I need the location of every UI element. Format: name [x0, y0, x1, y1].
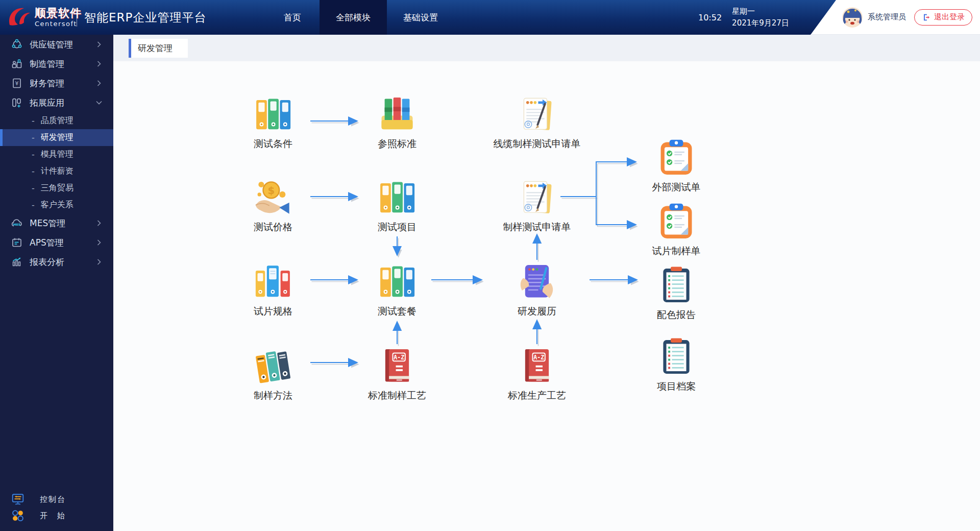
bullet: - — [32, 150, 35, 159]
sidebar-item-mes[interactable]: MES管理 — [0, 213, 113, 233]
aps-icon — [11, 237, 22, 248]
clipboard-check-icon — [656, 202, 696, 242]
bullet: - — [32, 166, 35, 176]
bullet: - — [32, 133, 35, 142]
header-datetime: 10:52 星期一 2021年9月27日 — [698, 0, 789, 35]
flow-node-test-package[interactable]: 测试套餐 — [346, 262, 448, 318]
binders-tilt-icon — [253, 346, 293, 386]
clipboard-pen-icon — [517, 94, 557, 134]
logout-icon — [922, 13, 931, 22]
sidebar-item-expand-apps[interactable]: 拓展应用 — [0, 93, 113, 112]
chevron-right-icon — [97, 41, 101, 47]
sidebar-item-report-analysis[interactable]: 报表分析 — [0, 252, 113, 272]
clipboard-pen-icon — [517, 178, 557, 218]
sidebar-item-aps[interactable]: APS管理 — [0, 233, 113, 252]
avatar[interactable] — [842, 7, 863, 28]
flow-node-project-archive[interactable]: 项目档案 — [625, 337, 727, 393]
brand-name-en: Centersoft — [35, 20, 82, 28]
username: 系统管理员 — [868, 12, 906, 22]
bullet: - — [32, 200, 35, 210]
flow-node-test-condition[interactable]: 测试条件 — [222, 94, 324, 150]
chevron-right-icon — [97, 80, 101, 86]
flow-node-label: 线缆制样测试申请单 — [486, 137, 588, 150]
start-button[interactable]: 开 始 — [0, 508, 113, 524]
flow-node-label: 测试项目 — [346, 220, 448, 233]
chevron-right-icon — [97, 239, 101, 246]
start-label: 开 始 — [0, 511, 66, 521]
sidebar-item-finance[interactable]: 财务管理 — [0, 74, 113, 93]
flow-node-label: 测试价格 — [222, 220, 324, 233]
sidebar-subitem-label: 研发管理 — [41, 132, 74, 143]
nav-all-modules[interactable]: 全部模块 — [320, 0, 387, 35]
clipboard-check-icon — [656, 138, 696, 178]
sidebar-subitem-label: 计件薪资 — [41, 166, 74, 177]
top-nav: 首页 全部模块 基础设置 — [265, 0, 454, 35]
supply-chain-icon — [11, 39, 22, 50]
flow-node-sample-test-request[interactable]: 制样测试申请单 — [486, 178, 588, 233]
sidebar-item-label: 报表分析 — [30, 256, 64, 268]
sidebar-item-manufacturing[interactable]: 制造管理 — [0, 54, 113, 74]
date: 2021年9月27日 — [732, 17, 789, 29]
sidebar-item-label: 拓展应用 — [30, 97, 64, 109]
binders-icon — [377, 178, 417, 218]
dictionary-icon — [377, 346, 417, 386]
flow-node-label: 参照标准 — [346, 137, 448, 150]
sidebar-subitem-quality[interactable]: - 品质管理 — [0, 112, 113, 129]
flow-node-reference-standard[interactable]: 参照标准 — [346, 94, 448, 150]
flow-node-label: 标准制样工艺 — [346, 389, 448, 402]
logout-button[interactable]: 退出登录 — [914, 9, 972, 26]
flow-node-test-price[interactable]: 测试价格 — [222, 178, 324, 233]
clipboard-list-icon — [656, 337, 696, 377]
sidebar: 供应链管理 制造管理 财务管理 拓展应用 - 品质管理 - 研发管理 — [0, 35, 113, 531]
sidebar-item-label: APS管理 — [30, 237, 64, 249]
binders-alt-icon — [253, 262, 293, 302]
sidebar-item-supply-chain[interactable]: 供应链管理 — [0, 35, 113, 54]
binders-icon — [377, 262, 417, 302]
chevron-right-icon — [97, 259, 101, 265]
binders-icon — [253, 94, 293, 134]
flow-node-label: 项目档案 — [625, 379, 727, 393]
bookshelf-icon — [377, 94, 417, 134]
sidebar-subitem-label: 三角贸易 — [41, 183, 74, 194]
console-button[interactable]: 控制台 — [0, 491, 113, 508]
brand-name-cn: 顺景软件 — [35, 7, 82, 19]
sidebar-subitem-rd[interactable]: - 研发管理 — [0, 129, 113, 146]
flow-node-label: 制样测试申请单 — [486, 220, 588, 233]
flow-node-label: 外部测试单 — [625, 180, 727, 194]
sidebar-item-label: 供应链管理 — [30, 39, 73, 51]
flow-node-cable-sample-test-request[interactable]: 线缆制样测试申请单 — [486, 94, 588, 150]
expand-apps-icon — [11, 97, 22, 108]
weekday: 星期一 — [732, 6, 789, 17]
flow-node-label: 试片规格 — [222, 304, 324, 318]
bullet: - — [32, 183, 35, 193]
sidebar-subitem-crm[interactable]: - 客户关系 — [0, 197, 113, 213]
mes-icon — [11, 218, 22, 229]
sidebar-subitem-triangle-trade[interactable]: - 三角贸易 — [0, 180, 113, 197]
nav-basic-settings[interactable]: 基础设置 — [387, 0, 454, 35]
flow-node-sample-method[interactable]: 制样方法 — [222, 346, 324, 402]
console-label: 控制台 — [0, 495, 66, 504]
flow-node-test-item[interactable]: 测试项目 — [346, 178, 448, 233]
start-icon — [11, 509, 24, 522]
chevron-down-icon — [96, 101, 102, 105]
app-title: 智能ERP企业管理平台 — [84, 0, 206, 35]
active-indicator-bar — [0, 129, 3, 146]
flow-node-specimen-spec[interactable]: 试片规格 — [222, 262, 324, 318]
flow-node-standard-sample-process[interactable]: 标准制样工艺 — [346, 346, 448, 402]
finance-icon — [11, 78, 22, 89]
flow-node-specimen-sample-order[interactable]: 试片制样单 — [625, 202, 727, 257]
report-analysis-icon — [11, 256, 22, 268]
flow-node-rd-history[interactable]: 研发履历 — [486, 262, 588, 318]
sidebar-item-label: 财务管理 — [30, 78, 64, 89]
header-divider — [77, 8, 77, 27]
flow-node-external-test-order[interactable]: 外部测试单 — [625, 138, 727, 194]
flowchart-canvas: 测试条件 参照标准 线缆制样测试申请单 测试价格 测试项目 制样测试申请单 — [113, 35, 980, 531]
sidebar-subitem-mold[interactable]: - 模具管理 — [0, 146, 113, 163]
sidebar-subitem-piecework[interactable]: - 计件薪资 — [0, 163, 113, 180]
flow-node-color-report[interactable]: 配色报告 — [625, 266, 727, 321]
nav-home[interactable]: 首页 — [265, 0, 320, 35]
flow-node-standard-production-process[interactable]: 标准生产工艺 — [486, 346, 588, 402]
dictionary-icon — [517, 346, 557, 386]
purple-doc-icon — [517, 262, 557, 302]
flow-node-label: 试片制样单 — [625, 244, 727, 257]
